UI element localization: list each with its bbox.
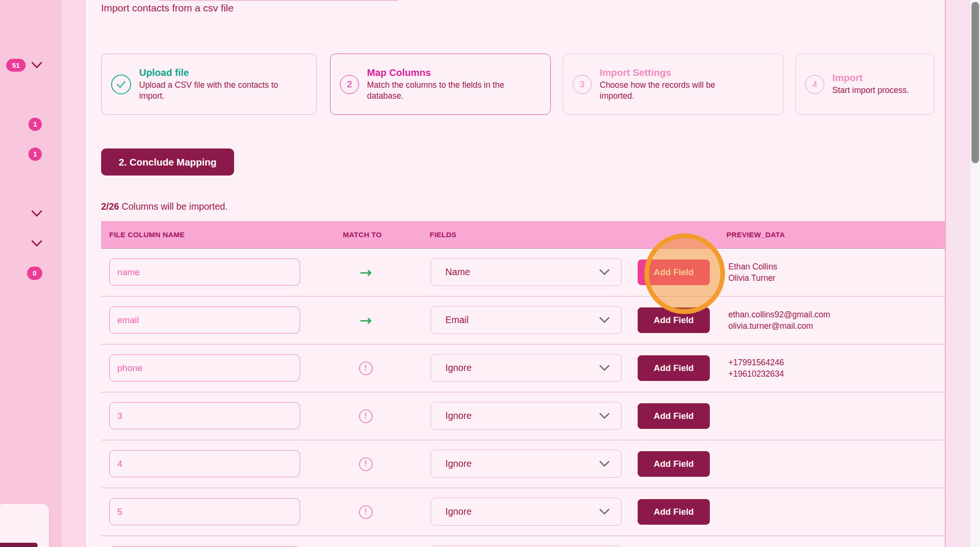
match-status-cell: → ! [348, 297, 383, 344]
table-row: → ! Name Add Field Ethan CollinsOlivia T… [101, 249, 945, 297]
step-description: Match the columns to the fields in the d… [367, 80, 540, 102]
preview-data: +17991564246+19610232634 [728, 344, 784, 392]
header-preview-data: PREVIEW_DATA [726, 221, 785, 248]
step-title: Upload file [139, 67, 301, 78]
file-column-input[interactable] [109, 402, 300, 429]
step-description: Choose how the records will be imported. [600, 80, 747, 102]
preview-line: Ethan Collins [728, 262, 777, 272]
table-row: → ! Ignore Add Field +17991564246+196102… [101, 344, 945, 392]
file-column-input[interactable] [109, 306, 300, 334]
step-number-circle: 3 [573, 75, 592, 94]
unmapped-warning-icon: ! [359, 457, 373, 471]
count-suffix: Columns will be imported. [119, 201, 228, 212]
wizard-step-card[interactable]: 3 Import Settings Choose how the records… [563, 54, 783, 115]
preview-data: ethan.collins92@gmail.comolivia.turner@m… [728, 297, 830, 344]
file-column-input[interactable] [109, 354, 300, 381]
notification-badge: 0 [27, 267, 42, 280]
mapped-arrow-icon: → [359, 265, 372, 280]
match-status-cell: → ! [348, 392, 383, 440]
field-select[interactable]: Ignore [431, 450, 622, 478]
field-select-value: Name [445, 267, 470, 278]
field-select-value: Ignore [445, 362, 471, 373]
unmapped-warning-icon: ! [359, 505, 373, 519]
page-subtitle: Import contacts from a csv file [101, 2, 234, 14]
count-value: 2/26 [101, 201, 119, 212]
sidebar-secondary-strip [62, 0, 86, 547]
field-select[interactable]: Ignore [431, 354, 622, 382]
add-field-button[interactable]: Add Field [638, 451, 710, 477]
sidebar-bottom-panel [0, 503, 49, 547]
file-column-input[interactable] [109, 498, 300, 525]
mapping-table-header: FILE COLUMN NAME MATCH TO FIELDS PREVIEW… [101, 221, 945, 249]
header-fields: FIELDS [430, 221, 456, 248]
field-select-value: Email [445, 315, 469, 325]
field-select[interactable]: Email [431, 306, 622, 334]
add-field-button[interactable]: Add Field [638, 307, 710, 333]
mapped-arrow-icon: → [359, 313, 372, 328]
match-status-cell: → ! [348, 440, 383, 488]
wizard-step-card[interactable]: Upload file Upload a CSV file with the c… [101, 54, 317, 115]
step-description: Upload a CSV file with the contacts to i… [139, 80, 301, 102]
field-select[interactable]: Name [431, 258, 622, 286]
preview-line: +19610232634 [728, 369, 784, 379]
notification-badge: 1 [28, 118, 42, 131]
step-title: Map Columns [367, 67, 540, 78]
add-field-button[interactable]: Add Field [638, 355, 710, 381]
header-file-column-name: FILE COLUMN NAME [109, 221, 185, 248]
notification-badge: 51 [6, 59, 26, 72]
chevron-down-icon [599, 317, 610, 324]
match-status-cell: → ! [348, 344, 383, 392]
chevron-down-icon [599, 509, 610, 515]
table-row: → ! Ignore Add Field [101, 488, 945, 536]
page-scrollbar-thumb[interactable] [971, 2, 979, 163]
chevron-down-icon [599, 269, 610, 276]
chevron-down-icon [599, 461, 610, 467]
chevron-down-icon [599, 365, 610, 371]
csv-import-wizard-screen: 51110 Import contacts from a csv file Up… [0, 0, 980, 547]
file-column-input[interactable] [109, 259, 300, 286]
check-icon [111, 74, 131, 94]
file-column-input[interactable] [109, 450, 300, 477]
unmapped-warning-icon: ! [359, 362, 373, 375]
mapping-table-body: → ! Name Add Field Ethan CollinsOlivia T… [101, 249, 945, 547]
mapping-table: FILE COLUMN NAME MATCH TO FIELDS PREVIEW… [101, 221, 945, 547]
field-select[interactable]: Ignore [431, 402, 622, 430]
step-text: Import Start import process. [832, 72, 909, 96]
add-field-button[interactable]: Add Field [638, 403, 710, 429]
columns-import-count: 2/26 Columns will be imported. [101, 201, 228, 212]
chevron-down-icon[interactable] [31, 240, 42, 247]
table-row: → ! [101, 536, 945, 547]
sidebar-bottom-button-partial[interactable] [0, 543, 38, 547]
match-status-cell: → ! [348, 536, 383, 547]
table-row: → ! Ignore Add Field [101, 440, 945, 488]
add-field-button[interactable]: Add Field [638, 499, 710, 525]
chevron-down-icon[interactable] [31, 62, 42, 69]
chevron-down-icon[interactable] [31, 210, 42, 217]
wizard-step-card[interactable]: 2 Map Columns Match the columns to the f… [330, 54, 551, 115]
preview-line: ethan.collins92@gmail.com [728, 310, 830, 320]
step-number-circle: 2 [340, 75, 359, 94]
scrolled-header-edge [159, 0, 398, 1]
preview-line: +17991564246 [728, 358, 784, 368]
field-select[interactable]: Ignore [431, 498, 622, 526]
step-text: Map Columns Match the columns to the fie… [367, 67, 540, 102]
field-select-value: Ignore [445, 410, 471, 421]
conclude-mapping-button[interactable]: 2. Conclude Mapping [101, 148, 234, 176]
field-select-value: Ignore [445, 506, 471, 517]
header-match-to: MATCH TO [343, 221, 382, 248]
notification-badge: 1 [28, 148, 42, 161]
step-title: Import [832, 72, 909, 83]
preview-data: Ethan CollinsOlivia Turner [728, 249, 777, 296]
import-content-panel: Import contacts from a csv file Upload f… [88, 0, 946, 547]
step-title: Import Settings [600, 67, 747, 78]
unmapped-warning-icon: ! [359, 409, 373, 423]
step-text: Import Settings Choose how the records w… [600, 67, 747, 102]
table-row: → ! Ignore Add Field [101, 392, 945, 440]
add-field-button[interactable]: Add Field [638, 260, 710, 285]
chevron-down-icon [599, 413, 610, 419]
preview-line: Olivia Turner [728, 273, 777, 283]
step-text: Upload file Upload a CSV file with the c… [139, 67, 301, 102]
match-status-cell: → ! [348, 249, 383, 296]
wizard-step-card[interactable]: 4 Import Start import process. [795, 54, 934, 115]
preview-line: olivia.turner@mail.com [728, 321, 830, 331]
